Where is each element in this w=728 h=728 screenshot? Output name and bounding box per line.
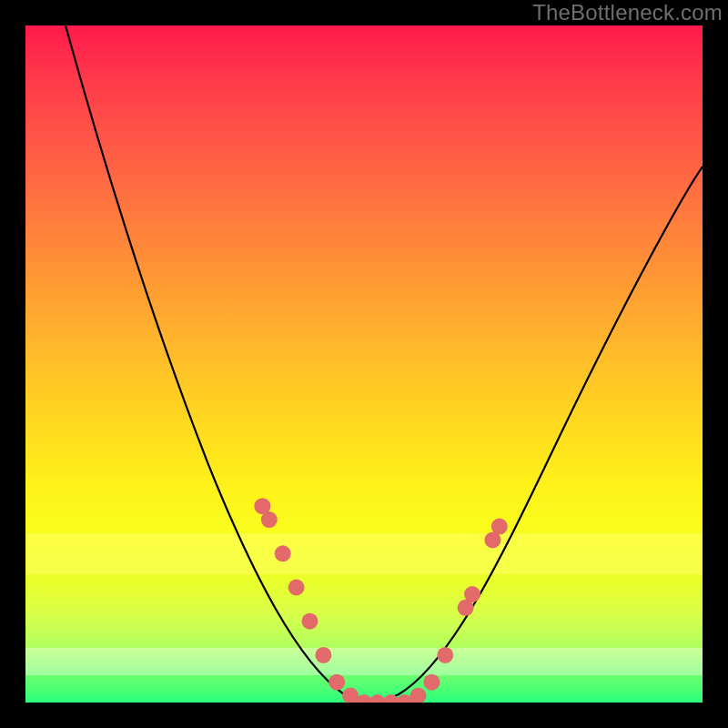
marker-dot — [491, 519, 508, 535]
marker-dot — [464, 586, 480, 602]
marker-dot — [315, 647, 331, 663]
marker-dot — [437, 647, 453, 663]
marker-dot — [423, 674, 440, 691]
marker-dot — [261, 511, 278, 528]
watermark-text: TheBottleneck.com — [532, 2, 723, 24]
marker-layer — [254, 498, 507, 703]
bottleneck-curve-path — [66, 25, 703, 702]
chart-frame: TheBottleneck.com — [0, 0, 728, 728]
marker-dot — [275, 545, 291, 561]
curve-svg — [25, 25, 703, 703]
marker-dot — [329, 674, 345, 691]
marker-dot — [302, 613, 318, 630]
marker-dot — [288, 580, 305, 596]
marker-dot — [410, 688, 427, 703]
plot-area — [25, 25, 703, 703]
